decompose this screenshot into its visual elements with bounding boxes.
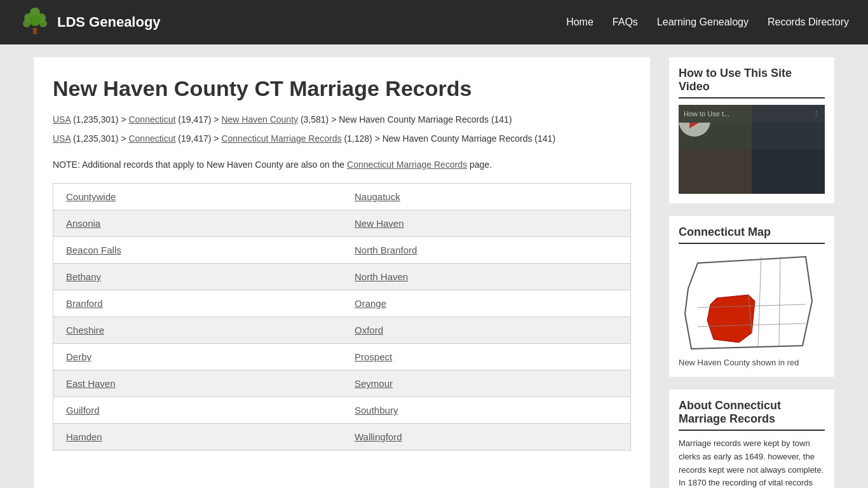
breadcrumb-link-nhc-1[interactable]: New Haven County <box>221 114 298 125</box>
town-link-left[interactable]: East Haven <box>66 378 116 389</box>
town-cell-right: North Branford <box>342 237 631 264</box>
town-link-right[interactable]: Orange <box>355 298 386 309</box>
map-section-title: Connecticut Map <box>679 226 825 244</box>
town-link-left[interactable]: Bethany <box>66 271 101 282</box>
table-row: East Haven Seymour <box>53 370 631 397</box>
breadcrumb-link-ctmarriage[interactable]: Connecticut Marriage Records <box>221 133 341 144</box>
town-cell-right: Wallingford <box>342 424 631 451</box>
sidebar: How to Use This Site Video How to Use t.… <box>669 57 834 488</box>
nav-records[interactable]: Records Directory <box>768 17 849 28</box>
svg-line-12 <box>779 257 780 346</box>
nav-learning[interactable]: Learning Genealogy <box>657 17 749 28</box>
ct-map-svg <box>679 250 825 352</box>
about-text: Marriage records were kept by town clerk… <box>679 437 825 488</box>
svg-point-3 <box>29 15 41 26</box>
table-row: Ansonia New Haven <box>53 210 631 237</box>
towns-table: Countywide Naugatuck Ansonia New Haven B… <box>53 183 631 451</box>
town-cell-left: Derby <box>53 344 342 370</box>
table-row: Guilford Southbury <box>53 397 631 424</box>
video-section-title: How to Use This Site Video <box>679 67 825 98</box>
table-row: Hamden Wallingford <box>53 424 631 451</box>
town-link-right[interactable]: Prospect <box>355 351 392 362</box>
svg-point-5 <box>39 20 47 27</box>
breadcrumb-1: USA (1,235,301) > Connecticut (19,417) >… <box>53 112 631 126</box>
town-link-right[interactable]: North Branford <box>355 245 417 255</box>
town-cell-right: Seymour <box>342 370 631 397</box>
town-cell-right: Naugatuck <box>342 184 631 210</box>
ct-marriage-records-link[interactable]: Connecticut Marriage Records <box>347 159 467 170</box>
town-cell-right: New Haven <box>342 210 631 237</box>
town-cell-right: Oxford <box>342 317 631 344</box>
town-cell-right: Prospect <box>342 344 631 370</box>
town-link-right[interactable]: Seymour <box>355 378 393 389</box>
breadcrumb-2: USA (1,235,301) > Connecticut (19,417) >… <box>53 132 631 146</box>
page-title: New Haven County CT Marriage Records <box>53 76 631 101</box>
site-header: LDS Genealogy Home FAQs Learning Genealo… <box>0 0 868 44</box>
video-bg-3 <box>679 149 752 194</box>
town-cell-right: Southbury <box>342 397 631 424</box>
town-link-right[interactable]: Wallingford <box>355 431 402 442</box>
map-caption: New Haven County shown in red <box>679 358 825 367</box>
table-row: Branford Orange <box>53 290 631 317</box>
logo-text: LDS Genealogy <box>57 14 161 30</box>
town-link-left[interactable]: Guilford <box>66 405 100 416</box>
town-link-right[interactable]: Oxford <box>355 325 383 336</box>
video-bg-2 <box>752 105 825 149</box>
town-link-left[interactable]: Hamden <box>66 431 102 442</box>
video-section: How to Use This Site Video How to Use t.… <box>669 57 834 203</box>
about-title: About Connecticut Marriage Records <box>679 399 825 431</box>
town-cell-left: Bethany <box>53 264 342 290</box>
town-link-right[interactable]: North Haven <box>355 271 408 282</box>
town-cell-left: Beacon Falls <box>53 237 342 264</box>
town-link-left[interactable]: Branford <box>66 298 103 309</box>
town-link-left[interactable]: Cheshire <box>66 325 104 336</box>
town-cell-right: Orange <box>342 290 631 317</box>
svg-point-4 <box>23 20 31 27</box>
town-link-right[interactable]: New Haven <box>355 218 404 229</box>
town-cell-left: Guilford <box>53 397 342 424</box>
breadcrumb-link-ct-2[interactable]: Connecticut <box>128 133 175 144</box>
breadcrumb-link-usa-1[interactable]: USA <box>53 114 71 125</box>
table-row: Derby Prospect <box>53 344 631 370</box>
town-link-left[interactable]: Ansonia <box>66 218 100 229</box>
video-background <box>679 105 825 194</box>
town-link-left[interactable]: Countywide <box>66 191 116 202</box>
town-link-right[interactable]: Southbury <box>355 405 398 416</box>
about-section: About Connecticut Marriage Records Marri… <box>669 390 834 488</box>
town-cell-left: East Haven <box>53 370 342 397</box>
breadcrumb-link-ct-1[interactable]: Connecticut <box>128 114 175 125</box>
town-cell-left: Cheshire <box>53 317 342 344</box>
video-bg-1 <box>679 105 752 149</box>
table-row: Cheshire Oxford <box>53 317 631 344</box>
main-nav: Home FAQs Learning Genealogy Records Dir… <box>566 17 849 28</box>
breadcrumb-link-usa-2[interactable]: USA <box>53 133 71 144</box>
ct-map-container: New Haven County shown in red <box>679 250 825 367</box>
svg-line-11 <box>758 257 761 346</box>
town-link-right[interactable]: Naugatuck <box>355 191 400 202</box>
table-row: Countywide Naugatuck <box>53 184 631 210</box>
main-content: New Haven County CT Marriage Records USA… <box>34 57 650 488</box>
nav-faqs[interactable]: FAQs <box>613 17 638 28</box>
town-cell-left: Hamden <box>53 424 342 451</box>
logo-area[interactable]: LDS Genealogy <box>19 6 161 38</box>
town-link-left[interactable]: Beacon Falls <box>66 245 121 255</box>
map-section: Connecticut Map New Haven County shown i… <box>669 216 834 377</box>
video-thumbnail[interactable]: How to Use t... ⋮ <box>679 105 825 194</box>
page-wrapper: New Haven County CT Marriage Records USA… <box>21 44 847 488</box>
note-text: NOTE: Additional records that apply to N… <box>53 158 631 172</box>
town-cell-right: North Haven <box>342 264 631 290</box>
video-bg-4 <box>752 149 825 194</box>
town-cell-left: Branford <box>53 290 342 317</box>
table-row: Bethany North Haven <box>53 264 631 290</box>
table-row: Beacon Falls North Branford <box>53 237 631 264</box>
town-cell-left: Ansonia <box>53 210 342 237</box>
town-cell-left: Countywide <box>53 184 342 210</box>
town-link-left[interactable]: Derby <box>66 351 92 362</box>
logo-tree-icon <box>19 6 51 38</box>
svg-marker-8 <box>707 295 755 342</box>
svg-rect-6 <box>33 28 37 34</box>
nav-home[interactable]: Home <box>566 17 593 28</box>
